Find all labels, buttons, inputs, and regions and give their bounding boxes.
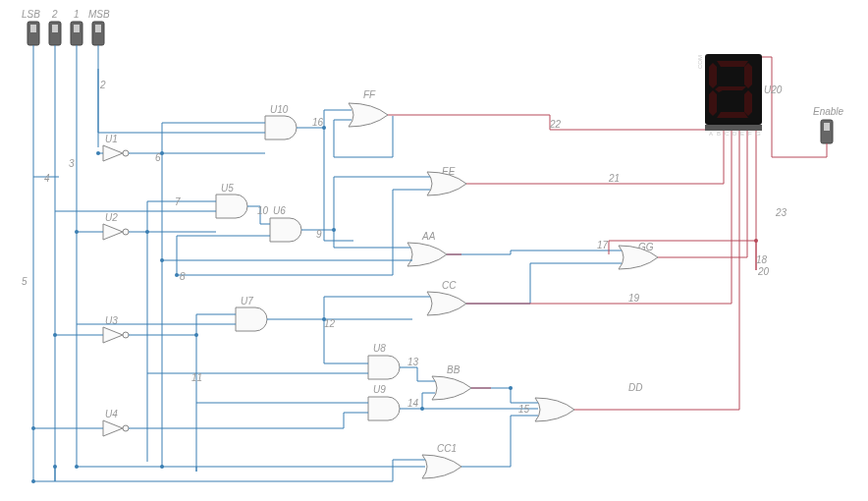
u7-label: U7 [241, 296, 253, 306]
ff-label: FF [363, 89, 376, 100]
svg-point-13 [123, 425, 129, 431]
net-2: 2 [99, 80, 106, 90]
svg-marker-16 [744, 63, 752, 88]
gate-u6: U6 [270, 205, 301, 242]
svg-point-38 [31, 479, 35, 483]
net-4: 4 [44, 173, 50, 184]
u9-label: U9 [373, 384, 386, 395]
svg-point-23 [31, 426, 35, 430]
svg-point-30 [322, 126, 326, 130]
net-14: 14 [407, 398, 419, 409]
gate-u7: U7 [236, 296, 267, 331]
svg-point-36 [160, 465, 164, 469]
gate-u8: U8 [368, 343, 400, 379]
svg-point-28 [145, 230, 149, 234]
pin-f: F [748, 131, 752, 137]
switch-lsb[interactable]: LSB [22, 9, 40, 45]
gate-u10: U10 [265, 104, 297, 139]
net-7: 7 [175, 196, 181, 207]
svg-point-34 [175, 273, 179, 277]
gate-bb: BB [432, 364, 471, 400]
seven-segment-display: A B C D E F G COM U20 [697, 54, 783, 137]
svg-rect-1 [30, 25, 36, 32]
gate-ff: FF [349, 89, 388, 127]
svg-point-25 [75, 230, 79, 234]
net-10: 10 [257, 205, 269, 216]
msb-label: MSB [88, 9, 110, 20]
svg-point-35 [75, 465, 79, 469]
switch-enable[interactable]: Enable [813, 106, 844, 143]
aa-label: AA [421, 231, 436, 242]
u8-label: U8 [373, 343, 386, 354]
gate-cc1: CC1 [422, 443, 461, 478]
pin-c: C [725, 131, 730, 137]
gate-u3: U3 [103, 315, 129, 343]
u5-label: U5 [221, 183, 234, 194]
dd-label: DD [628, 382, 642, 393]
net-16: 16 [312, 117, 324, 128]
net-22: 22 [549, 119, 562, 130]
net-3: 3 [69, 158, 75, 169]
blue-wires [33, 69, 622, 481]
svg-point-37 [53, 465, 57, 469]
svg-point-32 [322, 317, 326, 321]
svg-rect-7 [95, 25, 101, 32]
net-5: 5 [22, 276, 27, 287]
gate-gg: GG [619, 242, 658, 269]
svg-marker-18 [717, 112, 748, 118]
net-13: 13 [407, 357, 419, 367]
svg-marker-15 [717, 61, 748, 67]
gate-ee: EE [427, 166, 466, 195]
svg-point-12 [123, 332, 129, 338]
pin-d: D [732, 131, 737, 137]
net-20: 20 [757, 266, 770, 277]
net-17: 17 [597, 240, 609, 250]
gate-u9: U9 [368, 384, 400, 420]
enable-label: Enable [813, 106, 844, 117]
svg-point-33 [160, 258, 164, 262]
svg-point-24 [53, 333, 57, 337]
u6-label: U6 [273, 205, 286, 216]
lsb-label: LSB [22, 9, 40, 20]
schematic-canvas: LSB 2 1 MSB Enable U1 U2 U3 U4 U10 U5 U6… [0, 0, 868, 501]
svg-point-10 [123, 150, 129, 156]
svg-marker-20 [709, 63, 717, 88]
svg-point-26 [96, 151, 100, 155]
pin-e: E [740, 131, 744, 137]
net-23: 23 [775, 207, 787, 218]
cc1-label: CC1 [437, 443, 457, 454]
pin-b: B [717, 131, 721, 137]
svg-rect-5 [74, 25, 80, 32]
pin-a: A [709, 131, 713, 137]
u1-label: U1 [105, 134, 118, 144]
gate-dd: DD [535, 382, 642, 421]
net-15: 15 [518, 404, 530, 415]
gate-cc: CC [427, 280, 466, 315]
net-18: 18 [756, 254, 768, 265]
bb-label: BB [447, 364, 461, 375]
svg-rect-3 [52, 25, 58, 32]
pin-com: COM [697, 55, 703, 69]
switch-msb[interactable]: MSB [88, 9, 110, 45]
svg-rect-9 [824, 123, 830, 131]
gate-u4: U4 [103, 409, 129, 436]
svg-point-29 [194, 333, 198, 337]
svg-point-11 [123, 229, 129, 235]
bit1-label: 1 [74, 9, 80, 20]
switch-bit2[interactable]: 2 [49, 9, 61, 45]
gate-aa: AA [407, 231, 447, 266]
net-11: 11 [191, 372, 202, 383]
bit2-label: 2 [51, 9, 58, 20]
u10-label: U10 [270, 104, 289, 115]
net-19: 19 [628, 293, 640, 304]
net-9: 9 [316, 229, 322, 240]
junction-nodes [31, 126, 758, 483]
cc-label: CC [442, 280, 457, 291]
u2-label: U2 [105, 212, 118, 223]
net-8: 8 [180, 271, 186, 282]
svg-point-27 [160, 151, 164, 155]
switch-bit1[interactable]: 1 [71, 9, 82, 45]
u20-label: U20 [764, 84, 783, 95]
gate-u2: U2 [103, 212, 129, 240]
net-6: 6 [155, 152, 161, 163]
